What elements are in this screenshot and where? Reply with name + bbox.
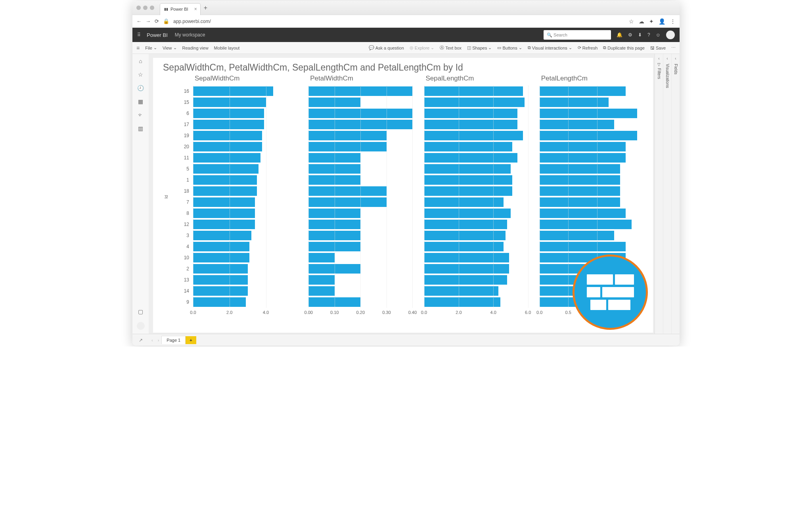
bar[interactable]: [540, 242, 626, 251]
bar[interactable]: [308, 253, 335, 262]
bar[interactable]: [193, 142, 262, 151]
bar[interactable]: [193, 220, 255, 229]
apps-icon[interactable]: ▦: [138, 98, 143, 105]
help-icon[interactable]: ?: [647, 32, 650, 38]
explore-menu[interactable]: ◎Explore ⌄: [410, 45, 434, 50]
window-max-dot[interactable]: [150, 6, 154, 10]
bar[interactable]: [424, 297, 500, 307]
page-prev-icon[interactable]: ‹: [149, 338, 155, 343]
bar[interactable]: [540, 231, 614, 240]
star-icon[interactable]: ☆: [629, 18, 634, 25]
bar[interactable]: [424, 220, 508, 229]
expand-icon[interactable]: ↗: [132, 337, 149, 343]
close-tab-icon[interactable]: ×: [194, 6, 197, 12]
workspace-label[interactable]: My workspace: [175, 32, 205, 38]
shapes-menu[interactable]: ◫Shapes ⌄: [467, 45, 492, 50]
bar[interactable]: [540, 98, 609, 107]
bar[interactable]: [424, 86, 523, 96]
bar[interactable]: [424, 98, 525, 107]
bar[interactable]: [193, 109, 264, 118]
bar[interactable]: [424, 264, 509, 274]
bar[interactable]: [193, 209, 255, 218]
gear-icon[interactable]: ⚙: [628, 32, 632, 38]
bar[interactable]: [424, 142, 513, 151]
waffle-icon[interactable]: ⠿: [137, 32, 141, 38]
bar[interactable]: [193, 231, 251, 240]
bar[interactable]: [308, 275, 335, 285]
cloud-icon[interactable]: ☁: [639, 18, 644, 25]
recent-icon[interactable]: 🕘: [137, 85, 144, 91]
forward-icon[interactable]: →: [146, 18, 151, 24]
bar[interactable]: [424, 275, 508, 285]
page-next-icon[interactable]: ›: [155, 338, 162, 343]
bar[interactable]: [193, 264, 248, 274]
visualizations-pane[interactable]: ‹ Visualizations: [663, 54, 671, 334]
brand-label[interactable]: Power BI: [147, 32, 168, 38]
save-button[interactable]: 🖫Save: [650, 46, 666, 50]
bar[interactable]: [424, 197, 504, 207]
bar[interactable]: [193, 275, 248, 285]
search-input[interactable]: 🔍 Search: [544, 30, 611, 40]
bar[interactable]: [424, 120, 518, 129]
bar[interactable]: [540, 109, 637, 118]
bar[interactable]: [540, 197, 620, 207]
bar[interactable]: [424, 131, 523, 140]
bar[interactable]: [540, 86, 626, 96]
textbox-button[interactable]: ⒶText box: [440, 45, 462, 51]
window-min-dot[interactable]: [143, 6, 147, 10]
bar[interactable]: [424, 109, 518, 118]
bar[interactable]: [193, 297, 246, 307]
back-icon[interactable]: ←: [136, 18, 142, 24]
bar[interactable]: [540, 153, 626, 163]
url-text[interactable]: app.powerbi.com/: [173, 19, 625, 24]
bar[interactable]: [424, 253, 509, 262]
visual-interactions-menu[interactable]: ⧉Visual interactions ⌄: [528, 45, 572, 50]
dataset-icon[interactable]: ▢: [138, 308, 143, 315]
duplicate-page-button[interactable]: ⧉Duplicate this page: [603, 45, 645, 50]
bar[interactable]: [424, 175, 513, 185]
filters-pane[interactable]: ‹ ▽ Filters: [655, 54, 663, 334]
bar[interactable]: [193, 153, 260, 163]
bar[interactable]: [540, 186, 620, 196]
bar[interactable]: [424, 286, 499, 296]
bar[interactable]: [308, 186, 387, 196]
add-page-button[interactable]: +: [186, 336, 196, 344]
window-close-dot[interactable]: [136, 6, 141, 10]
download-icon[interactable]: ⬇: [638, 32, 642, 38]
refresh-button[interactable]: ⟳Refresh: [578, 45, 598, 50]
extension-icon[interactable]: ✦: [649, 18, 654, 25]
profile-icon[interactable]: 👤: [659, 18, 665, 25]
user-mini-avatar[interactable]: [137, 322, 145, 330]
workspaces-icon[interactable]: ▥: [138, 125, 143, 132]
bar[interactable]: [193, 286, 248, 296]
notifications-icon[interactable]: 🔔: [617, 32, 622, 38]
shared-icon[interactable]: ᯤ: [138, 112, 144, 118]
bar[interactable]: [193, 197, 255, 207]
bar[interactable]: [540, 131, 637, 140]
bar[interactable]: [308, 197, 387, 207]
bar[interactable]: [540, 220, 632, 229]
home-icon[interactable]: ⌂: [139, 58, 142, 64]
bar[interactable]: [193, 253, 249, 262]
ask-question-button[interactable]: 💬Ask a question: [369, 45, 404, 50]
file-menu[interactable]: File ⌄: [145, 45, 157, 50]
bar[interactable]: [308, 131, 387, 140]
bar[interactable]: [424, 153, 518, 163]
reload-icon[interactable]: ⟳: [155, 18, 159, 24]
bar[interactable]: [193, 186, 257, 196]
fields-pane[interactable]: ‹ Fields: [671, 54, 680, 334]
bar[interactable]: [540, 209, 626, 218]
report-canvas[interactable]: SepalWidthCm, PetalWidthCm, SepalLengthC…: [149, 54, 654, 334]
bar[interactable]: [193, 242, 249, 251]
browser-tab[interactable]: ▮▮ Power BI ×: [160, 3, 201, 15]
bar[interactable]: [193, 120, 264, 129]
kebab-icon[interactable]: ⋮: [670, 18, 676, 25]
feedback-icon[interactable]: ☺: [656, 32, 661, 38]
new-tab-button[interactable]: +: [204, 4, 207, 11]
mobile-layout-button[interactable]: Mobile layout: [214, 46, 240, 50]
bar[interactable]: [193, 131, 262, 140]
bar[interactable]: [424, 186, 513, 196]
bar[interactable]: [424, 164, 511, 174]
bar[interactable]: [193, 164, 259, 174]
bar[interactable]: [540, 142, 626, 151]
